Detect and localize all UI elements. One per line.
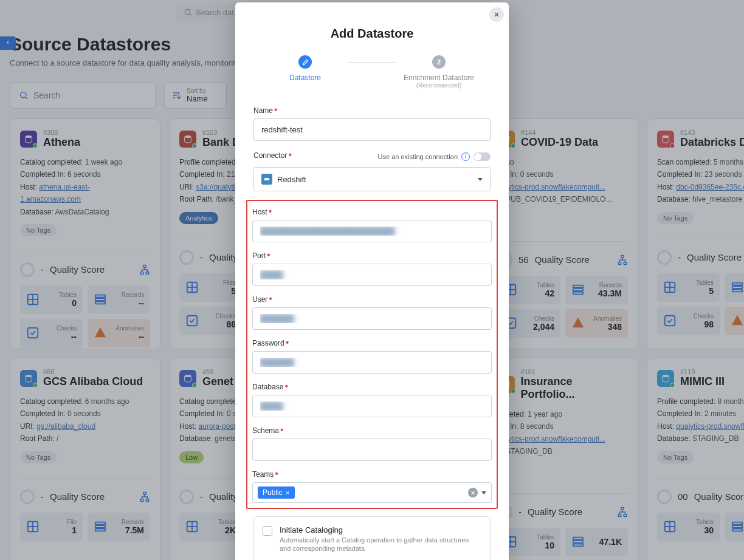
chevron-down-icon: [478, 178, 483, 181]
chip-remove-icon[interactable]: ✕: [285, 490, 290, 496]
team-chip-label: Public: [263, 488, 283, 497]
schema-label: Schema: [252, 426, 279, 435]
connector-value: Redshift: [277, 175, 306, 184]
close-icon: [493, 11, 500, 18]
team-chip-public[interactable]: Public ✕: [258, 487, 295, 499]
teams-label: Teams: [252, 470, 274, 479]
initiate-cataloging-option[interactable]: Initiate Cataloging Automatically start …: [253, 516, 491, 560]
port-label: Port: [252, 251, 266, 260]
password-input[interactable]: [252, 351, 492, 374]
info-icon[interactable]: i: [461, 152, 470, 161]
connection-fields-highlight: Host• Port• User• Password• Database• Sc…: [246, 200, 498, 509]
password-label: Password: [252, 339, 284, 347]
catalog-checkbox[interactable]: [263, 526, 272, 536]
chevron-down-icon[interactable]: [481, 491, 486, 494]
database-label: Database: [252, 383, 283, 391]
clear-all-icon[interactable]: ✕: [468, 488, 478, 497]
step-2-circle: 2: [432, 55, 446, 69]
database-input[interactable]: [252, 395, 492, 417]
user-input[interactable]: [252, 307, 492, 330]
host-label: Host: [252, 208, 267, 216]
connector-label: Connector: [253, 151, 287, 160]
catalog-title: Initiate Cataloging: [280, 525, 481, 534]
step-1-label: Datastore: [289, 73, 321, 82]
user-label: User: [252, 295, 267, 304]
port-input[interactable]: [252, 264, 492, 286]
add-datastore-modal: Add Datastore Datastore 2 Enrichment Dat…: [235, 2, 509, 560]
name-label: Name: [253, 106, 273, 115]
name-input[interactable]: [253, 118, 491, 141]
existing-connection-toggle[interactable]: [474, 152, 491, 161]
modal-title: Add Datastore: [253, 27, 491, 41]
step-connector: [348, 62, 396, 63]
svg-rect-90: [264, 178, 269, 180]
existing-connection-label: Use an existing connection: [378, 153, 458, 160]
host-input[interactable]: [252, 220, 492, 242]
step-2-label: Enrichment Datastore: [404, 73, 474, 82]
redshift-icon: [261, 174, 272, 185]
stepper: Datastore 2 Enrichment Datastore (Recomm…: [253, 55, 491, 89]
schema-input[interactable]: [252, 439, 492, 461]
step-2[interactable]: 2 Enrichment Datastore (Recommended): [396, 55, 481, 89]
catalog-desc: Automatically start a Catalog operation …: [280, 536, 481, 553]
step-1[interactable]: Datastore: [263, 55, 348, 82]
pencil-icon: [298, 55, 312, 69]
connector-select[interactable]: Redshift: [253, 167, 491, 191]
step-2-sub: (Recommended): [416, 82, 461, 89]
close-button[interactable]: [489, 7, 504, 22]
teams-input[interactable]: Public ✕ ✕: [252, 482, 492, 503]
